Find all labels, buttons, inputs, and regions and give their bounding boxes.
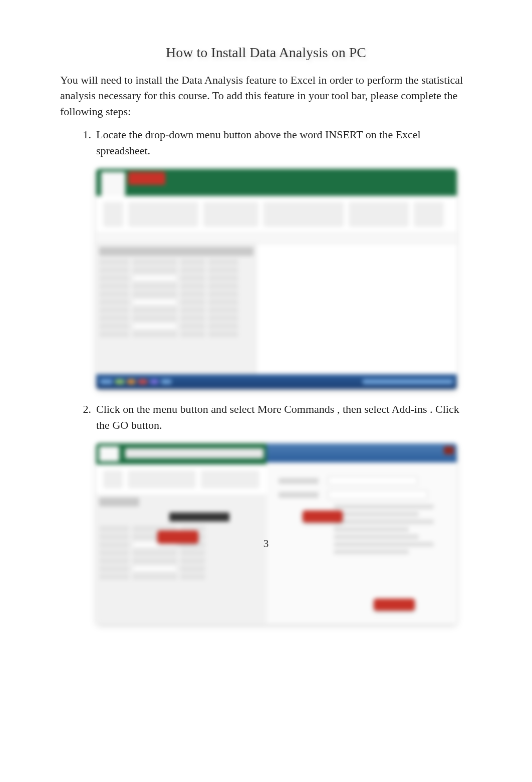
go-button-label: GO [112,419,128,431]
file-tab-icon [99,446,119,461]
status-bar [96,374,457,389]
options-dialog [267,443,457,624]
step-1: 1. Locate the drop-down menu button abov… [75,127,472,389]
screenshot-1 [96,169,457,389]
step-marker: 1. [75,127,91,143]
menu-more-commands: More Commands [257,403,334,415]
insert-tab-highlight [128,172,165,185]
page-title: How to Install Data Analysis on PC [60,43,472,63]
callout-add-ins [303,510,343,523]
excel-window [96,443,267,624]
dialog-titlebar [267,443,457,462]
step-2: 2. Click on the menu button and select M… [75,401,472,624]
step-marker: 2. [75,401,91,417]
intro-paragraph: You will need to install the Data Analys… [60,72,472,120]
document-page: How to Install Data Analysis on PC You w… [0,0,532,624]
step-text: Click on the menu button and select More… [96,403,459,431]
callout-go-button [374,599,415,611]
excel-ribbon [96,169,457,196]
close-icon [444,446,454,454]
menu-add-ins: Add-ins [392,403,427,415]
excel-toolbar [96,196,457,233]
page-number: 3 [0,536,532,551]
worksheet-area [96,244,457,374]
file-tab-icon [101,172,125,196]
step-text: Locate the drop-down menu button above t… [96,128,421,157]
screenshot-2 [96,443,457,624]
formula-bar [96,233,457,244]
